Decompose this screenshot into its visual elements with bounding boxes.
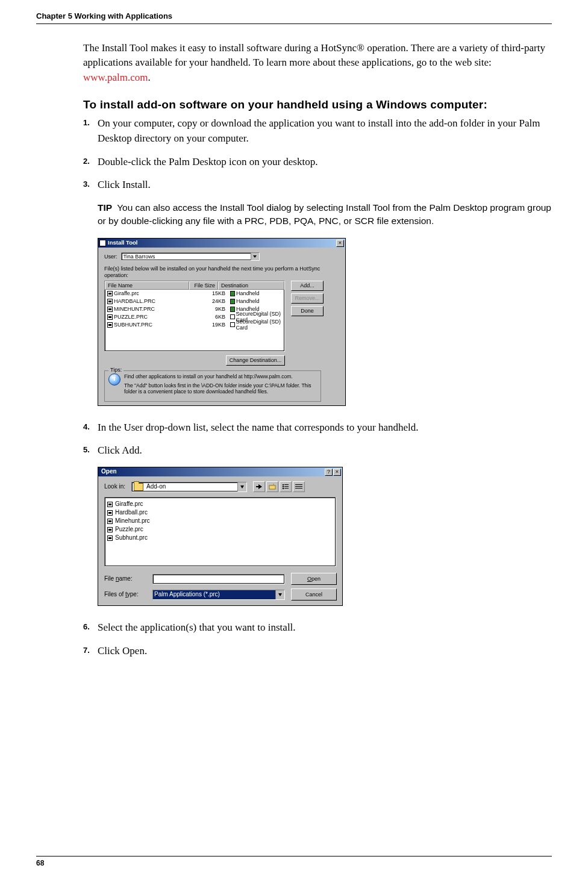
col-header-name[interactable]: File Name (105, 281, 189, 290)
step-4: 4. In the User drop-down list, select th… (83, 420, 552, 435)
file-name: Hardball.prc (115, 508, 148, 517)
file-name: Puzzle.prc (115, 525, 143, 534)
palm-link[interactable]: www.palm.com (83, 72, 148, 83)
svg-rect-2 (283, 486, 284, 487)
table-row[interactable]: SUBHUNT.PRC 19KB SecureDigital (SD) Card (105, 321, 284, 329)
running-header: Chapter 5 Working with Applications (36, 11, 552, 24)
step-2: 2. Double-click the Palm Desktop icon on… (83, 155, 552, 170)
filetype-dropdown[interactable]: Palm Applications (*.prc) (152, 590, 285, 600)
cell: 9KB (194, 305, 228, 313)
file-pane[interactable]: Giraffe.prc Hardball.prc Minehunt.prc Pu… (104, 497, 336, 567)
svg-rect-4 (284, 484, 289, 485)
chevron-down-icon[interactable] (237, 482, 246, 491)
filename-field[interactable] (152, 574, 285, 584)
step-text: Select the application(s) that you want … (98, 620, 552, 635)
cell: SUBHUNT.PRC (114, 322, 152, 328)
file-icon (107, 510, 113, 516)
file-icon (107, 314, 113, 320)
cell: SecureDigital (SD) Card (236, 319, 282, 331)
file-icon (107, 502, 113, 507)
intro-paragraph: The Install Tool makes it easy to instal… (83, 41, 552, 86)
svg-rect-6 (284, 488, 289, 488)
install-tool-dialog: Install Tool × User: Tina Barrows File(s… (98, 238, 346, 406)
close-icon[interactable]: × (333, 469, 341, 476)
file-icon (107, 519, 113, 524)
procedure-heading: To install add-on software on your handh… (83, 96, 552, 113)
lookin-dropdown[interactable]: Add-on (131, 482, 247, 492)
figure-install-tool: Install Tool × User: Tina Barrows File(s… (98, 238, 552, 406)
user-value: Tina Barrows (122, 254, 251, 260)
step-number: 3. (83, 178, 98, 193)
tips-legend: Tips: (108, 367, 124, 373)
file-list-table: File Name File Size Destination Giraffe.… (104, 281, 285, 352)
table-row[interactable]: HARDBALL.PRC 24KB Handheld (105, 298, 284, 305)
cell: Handheld (236, 298, 260, 304)
figure-open-dialog: Open ? × Look in: Add-on (98, 467, 552, 606)
file-icon (107, 322, 113, 328)
folder-icon (134, 483, 143, 491)
step-number: 7. (83, 644, 98, 659)
open-dialog: Open ? × Look in: Add-on (98, 467, 343, 606)
col-header-dest[interactable]: Destination (218, 281, 284, 290)
svg-rect-8 (295, 486, 302, 487)
svg-rect-5 (284, 486, 289, 487)
cell: 15KB (194, 290, 228, 298)
list-item[interactable]: Hardball.prc (107, 508, 333, 517)
new-folder-icon[interactable] (266, 481, 278, 492)
lookin-value: Add-on (145, 482, 237, 491)
sd-card-icon (230, 314, 235, 319)
filename-label: File name: (104, 575, 146, 584)
list-view-icon[interactable] (280, 481, 292, 492)
handheld-icon (230, 299, 235, 304)
list-item[interactable]: Giraffe.prc (107, 500, 333, 508)
file-name: Subhunt.prc (115, 534, 148, 543)
done-button[interactable]: Done (291, 306, 324, 316)
chevron-down-icon[interactable] (251, 253, 259, 260)
cancel-button[interactable]: Cancel (291, 588, 337, 601)
user-label: User: (104, 254, 117, 260)
user-dropdown[interactable]: Tina Barrows (121, 252, 260, 261)
step-5: 5. Click Add. (83, 443, 552, 458)
svg-rect-1 (283, 484, 284, 485)
list-item[interactable]: Puzzle.prc (107, 525, 333, 534)
cell: Giraffe.prc (114, 290, 139, 296)
remove-button[interactable]: Remove... (291, 293, 324, 304)
file-name: Giraffe.prc (115, 500, 143, 509)
col-header-size[interactable]: File Size (189, 281, 218, 290)
cell: HARDBALL.PRC (114, 298, 155, 304)
step-text: Click Add. (98, 443, 552, 458)
tip-label: TIP (98, 202, 112, 213)
window-title: Install Tool (108, 240, 336, 246)
file-icon (107, 291, 113, 296)
step-number: 6. (83, 620, 98, 635)
table-row[interactable]: Giraffe.prc 15KB Handheld (105, 290, 284, 298)
file-icon (107, 307, 113, 312)
cell: 24KB (194, 298, 228, 305)
step-text: Click Open. (98, 644, 552, 659)
list-item[interactable]: Subhunt.prc (107, 534, 333, 542)
sd-card-icon (230, 322, 235, 327)
svg-rect-3 (283, 488, 284, 489)
details-view-icon[interactable] (293, 481, 305, 492)
step-number: 4. (83, 420, 98, 435)
page-footer: 68 (36, 856, 552, 869)
table-header: File Name File Size Destination (105, 281, 284, 290)
handheld-icon (230, 291, 235, 296)
close-icon[interactable]: × (336, 240, 344, 247)
step-3: 3. Click Install. (83, 178, 552, 193)
svg-rect-9 (295, 488, 302, 488)
open-button[interactable]: Open (291, 573, 337, 585)
page-number: 68 (36, 859, 44, 867)
intro-text-before: The Install Tool makes it easy to instal… (83, 42, 545, 69)
file-icon (107, 535, 113, 541)
up-folder-icon[interactable] (253, 481, 265, 492)
tips-line-2: The "Add" button looks first in the \ADD… (124, 382, 317, 395)
chevron-down-icon[interactable] (275, 590, 284, 599)
help-icon[interactable]: ? (325, 469, 333, 476)
file-icon (107, 299, 113, 304)
list-item[interactable]: Minehunt.prc (107, 517, 333, 525)
file-icon (107, 527, 113, 532)
change-destination-button[interactable]: Change Destination... (226, 355, 285, 366)
svg-rect-0 (269, 485, 275, 489)
add-button[interactable]: Add... (291, 281, 324, 291)
